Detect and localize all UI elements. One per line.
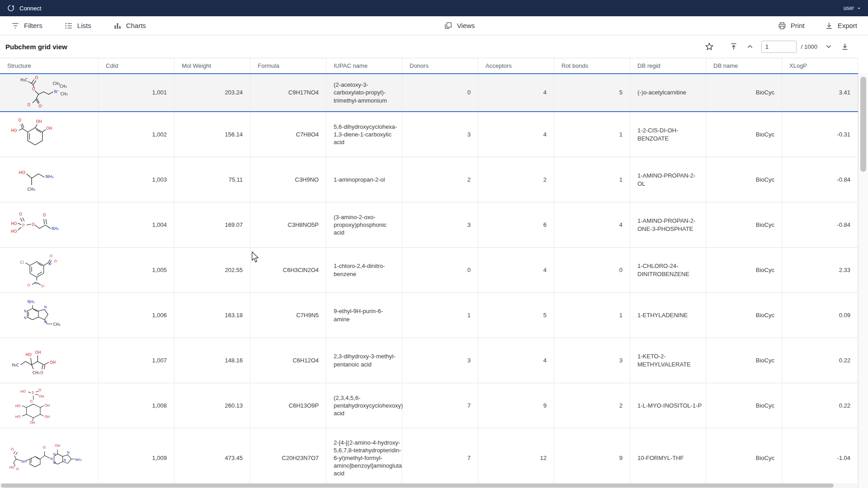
cell-formula: C20H23N7O7 <box>250 428 326 488</box>
col-header-iupac[interactable]: IUPAC name <box>326 58 402 73</box>
user-menu[interactable]: user <box>844 5 862 11</box>
favorite-button[interactable] <box>703 40 716 53</box>
structure-cell: H₃C HO OH O OH CH₃ <box>0 338 99 383</box>
col-header-mol-weight[interactable]: Mol Weight <box>175 58 250 73</box>
svg-text:O: O <box>38 388 41 392</box>
cell-db-name: BioCyc <box>706 248 782 292</box>
svg-text:O: O <box>18 118 21 122</box>
filters-label: Filters <box>24 22 42 29</box>
svg-text:O⁻: O⁻ <box>54 259 58 263</box>
structure-cell: HO NH₂ CH₃ <box>0 157 99 202</box>
table-row[interactable]: HO NH₂ CH₃ 1,003 75.11 C3H9NO 1-aminopro… <box>0 157 858 202</box>
cell-iupac: 1-aminopropan-2-ol <box>326 157 402 202</box>
svg-text:O: O <box>27 103 30 107</box>
vertical-scrollbar-thumb[interactable] <box>860 77 866 172</box>
last-page-button[interactable] <box>838 40 852 53</box>
cell-iupac: 2-[4-[(2-amino-4-hydroxy-5,6,7,8-tetrahy… <box>326 428 402 488</box>
cell-formula: C7H8O4 <box>250 112 326 157</box>
col-header-acceptors[interactable]: Acceptors <box>478 58 554 73</box>
svg-text:N: N <box>44 305 47 309</box>
cell-cdid: 1,007 <box>99 338 175 383</box>
svg-text:O: O <box>30 399 33 404</box>
views-button[interactable]: Views <box>444 21 475 30</box>
table-row[interactable]: O HO O NH O N N N N N OH NH₂ 1,009 473.4… <box>0 428 858 488</box>
cell-acceptors: 2 <box>478 157 554 202</box>
col-header-cdid[interactable]: CdId <box>99 58 175 73</box>
svg-text:O⁻: O⁻ <box>38 104 43 108</box>
table-row[interactable]: H₃C HO OH O OH CH₃ 1,007 148.16 C6H12O4 … <box>0 338 858 383</box>
app-brand[interactable]: Connect <box>6 4 41 13</box>
horizontal-scrollbar-thumb[interactable] <box>1 483 834 488</box>
svg-text:OH: OH <box>39 394 44 398</box>
table-row[interactable]: HO HO O P O O NH₂ 1,004 169.07 C3H8NO5P … <box>0 202 858 248</box>
cell-xlogp: 0.22 <box>782 383 858 428</box>
cell-acceptors: 4 <box>478 112 554 157</box>
col-header-structure[interactable]: Structure <box>0 58 99 73</box>
cell-mol-weight: 156.14 <box>175 112 250 157</box>
lists-button[interactable]: Lists <box>64 21 91 30</box>
structure-cell: HO HO O P O O NH₂ <box>0 202 99 247</box>
cell-xlogp: 0.22 <box>782 338 858 383</box>
results-grid: Structure CdId Mol Weight Formula IUPAC … <box>0 58 868 488</box>
cell-db-regid: 1-AMINO-PROPAN-2-OL <box>630 157 706 202</box>
svg-text:HO: HO <box>9 465 14 469</box>
cell-cdid: 1,004 <box>99 202 175 247</box>
col-header-formula[interactable]: Formula <box>250 58 326 73</box>
cell-xlogp: -1.04 <box>782 428 858 488</box>
horizontal-scrollbar[interactable] <box>0 483 858 488</box>
col-header-donors[interactable]: Donors <box>402 58 478 73</box>
export-button[interactable]: Export <box>825 21 857 30</box>
table-row[interactable]: Cl N⁺ O O⁻ N⁺ O O⁻ 1,005 202.55 C6H3ClN2… <box>0 248 858 293</box>
next-page-button[interactable] <box>822 40 835 53</box>
filter-icon <box>11 21 20 30</box>
windows-icon <box>444 21 453 30</box>
svg-text:N: N <box>24 309 26 313</box>
col-header-db-regid[interactable]: DB regid <box>630 58 706 73</box>
svg-text:NH₂: NH₂ <box>45 174 53 179</box>
cell-donors: 7 <box>402 383 478 428</box>
table-row[interactable]: O HO OH OH 1,002 156.14 C7H8O4 5,6-dihyd… <box>0 112 858 157</box>
table-row[interactable]: H₃C O O O O⁻ N⁺ CH₃ CH₃ CH₃ 1,001 203.24… <box>0 73 858 112</box>
svg-text:O: O <box>27 283 30 287</box>
charts-button[interactable]: Charts <box>113 21 146 30</box>
cell-db-name: BioCyc <box>706 428 782 488</box>
cell-cdid: 1,001 <box>99 74 175 111</box>
svg-text:O: O <box>49 254 52 258</box>
col-header-xlogp[interactable]: XLogP <box>782 58 858 73</box>
cell-db-name: BioCyc <box>706 157 782 202</box>
vertical-scrollbar[interactable] <box>858 73 868 488</box>
cell-db-name: BioCyc <box>706 338 782 383</box>
cell-cdid: 1,003 <box>99 157 175 202</box>
cell-mol-weight: 148.16 <box>175 338 250 383</box>
table-row[interactable]: HO O P OH O HO OH OH HO OH 1,008 260.13 … <box>0 383 858 428</box>
col-header-db-name[interactable]: DB name <box>706 58 782 73</box>
previous-page-button[interactable] <box>743 40 757 53</box>
cell-donors: 0 <box>402 248 478 292</box>
page-total-label: / 1000 <box>801 43 817 50</box>
structure-cell: Cl N⁺ O O⁻ N⁺ O O⁻ <box>0 248 99 292</box>
filters-button[interactable]: Filters <box>11 21 42 30</box>
col-header-rot-bonds[interactable]: Rot bonds <box>554 58 630 73</box>
svg-text:HO: HO <box>11 229 17 234</box>
cell-xlogp: -0.84 <box>782 157 858 202</box>
cell-db-name: BioCyc <box>706 383 782 428</box>
cell-iupac: 9-ethyl-9H-purin-6-amine <box>326 293 402 338</box>
svg-text:N: N <box>67 450 70 454</box>
cell-mol-weight: 75.11 <box>175 157 250 202</box>
print-label: Print <box>791 22 805 29</box>
chevron-down-icon <box>824 42 834 52</box>
cell-acceptors: 4 <box>478 338 554 383</box>
svg-text:OH: OH <box>35 350 41 354</box>
cell-xlogp: -0.31 <box>782 112 858 157</box>
first-page-button[interactable] <box>727 40 741 53</box>
cell-db-regid: (-)o-acetylcarnitine <box>630 74 706 111</box>
svg-text:O: O <box>16 467 19 471</box>
structure-cell: O HO O NH O N N N N N OH NH₂ <box>0 428 99 488</box>
page-number-input[interactable] <box>761 41 797 53</box>
print-button[interactable]: Print <box>778 21 805 30</box>
svg-text:NH₂: NH₂ <box>75 457 81 461</box>
table-row[interactable]: NH₂ N N N N CH₃ 1,006 163.18 C7H9N5 9-et… <box>0 293 858 338</box>
structure-image-acetylcarnitine: H₃C O O O O⁻ N⁺ CH₃ CH₃ CH₃ <box>7 75 91 111</box>
star-outline-icon <box>704 42 714 52</box>
cell-formula: C7H9N5 <box>250 293 326 338</box>
